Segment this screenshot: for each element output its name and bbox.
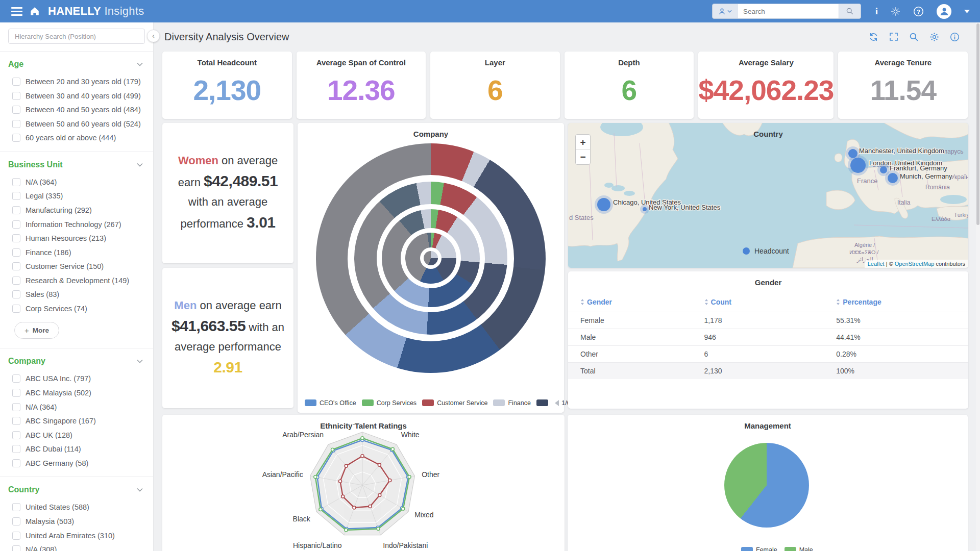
legend-item[interactable]: Finance xyxy=(493,399,530,407)
filter-checkbox-item[interactable]: Finance (186) xyxy=(12,248,146,258)
map-zoom-in-button[interactable]: + xyxy=(576,135,590,149)
checkbox-icon[interactable] xyxy=(12,389,20,397)
table-column-header[interactable]: Percentage xyxy=(836,293,968,312)
management-pie-chart[interactable] xyxy=(724,443,809,528)
avatar[interactable] xyxy=(937,4,951,19)
help-icon[interactable]: ? xyxy=(913,6,924,17)
sort-icon[interactable] xyxy=(580,298,584,307)
company-sunburst-chart[interactable] xyxy=(316,143,546,373)
checkbox-icon[interactable] xyxy=(12,417,20,425)
pager-prev-icon[interactable] xyxy=(555,400,559,406)
filter-checkbox-item[interactable]: Between 20 and 30 years old (179) xyxy=(12,77,146,87)
filter-checkbox-item[interactable]: Legal (335) xyxy=(12,191,146,202)
filter-checkbox-item[interactable]: ABC Malaysia (502) xyxy=(12,388,146,398)
checkbox-icon[interactable] xyxy=(12,192,20,200)
refresh-icon[interactable] xyxy=(869,32,878,42)
table-column-header[interactable]: Count xyxy=(704,293,837,312)
checkbox-icon[interactable] xyxy=(12,403,20,411)
checkbox-icon[interactable] xyxy=(12,545,20,551)
info-icon[interactable]: i xyxy=(875,6,878,17)
hierarchy-search-input[interactable] xyxy=(8,29,145,44)
checkbox-icon[interactable] xyxy=(12,431,20,439)
filter-checkbox-item[interactable]: N/A (364) xyxy=(12,403,146,413)
checkbox-icon[interactable] xyxy=(12,532,20,540)
filter-checkbox-item[interactable]: Corp Services (74) xyxy=(12,304,146,314)
headcount-marker[interactable] xyxy=(880,166,887,173)
checkbox-icon[interactable] xyxy=(12,92,20,100)
country-map[interactable]: d StatesFranceDeutschlandБеларусьУкраїна… xyxy=(568,123,968,268)
chevron-down-icon[interactable] xyxy=(137,359,143,363)
filter-section-header[interactable]: Country xyxy=(0,477,153,498)
scrollbar-thumb[interactable] xyxy=(976,23,979,225)
filter-section-header[interactable]: Company xyxy=(0,348,153,370)
search-scope-dropdown[interactable] xyxy=(713,4,738,18)
filter-checkbox-item[interactable]: ABC Singapore (167) xyxy=(12,416,146,427)
filter-section-header[interactable]: Age xyxy=(0,52,153,73)
map-zoom-out-button[interactable]: − xyxy=(576,149,590,164)
checkbox-icon[interactable] xyxy=(12,517,20,525)
search-submit-button[interactable] xyxy=(839,4,861,18)
checkbox-icon[interactable] xyxy=(12,459,20,467)
filter-checkbox-item[interactable]: United States (588) xyxy=(12,503,146,513)
account-caret-icon[interactable] xyxy=(964,10,970,13)
headcount-marker[interactable] xyxy=(850,158,866,173)
checkbox-icon[interactable] xyxy=(12,290,20,298)
filter-checkbox-item[interactable]: Between 40 and 50 years old (484) xyxy=(12,105,146,115)
fullscreen-icon[interactable] xyxy=(889,32,898,42)
checkbox-icon[interactable] xyxy=(12,206,20,214)
checkbox-icon[interactable] xyxy=(12,277,20,285)
checkbox-icon[interactable] xyxy=(12,374,20,383)
checkbox-icon[interactable] xyxy=(12,503,20,511)
checkbox-icon[interactable] xyxy=(12,305,20,313)
checkbox-icon[interactable] xyxy=(12,178,20,186)
headcount-marker[interactable] xyxy=(597,198,610,211)
ethnicity-radar-chart[interactable]: Aboriginal/NativeWhiteOtherMixedIndo/Pak… xyxy=(162,424,565,551)
filter-checkbox-item[interactable]: Sales (83) xyxy=(12,290,146,300)
legend-item[interactable]: Male xyxy=(785,546,813,551)
checkbox-icon[interactable] xyxy=(12,445,20,453)
chevron-down-icon[interactable] xyxy=(137,62,143,66)
filter-checkbox-item[interactable]: Manufacturing (292) xyxy=(12,206,146,216)
table-column-header[interactable]: Gender xyxy=(568,293,704,312)
filter-checkbox-item[interactable]: N/A (364) xyxy=(12,178,146,188)
filter-checkbox-item[interactable]: Customer Service (150) xyxy=(12,262,146,272)
checkbox-icon[interactable] xyxy=(12,220,20,229)
filter-checkbox-item[interactable]: ABC UK (128) xyxy=(12,431,146,441)
sidebar-collapse-button[interactable]: ‹ xyxy=(147,30,160,42)
chevron-down-icon[interactable] xyxy=(137,163,143,167)
checkbox-icon[interactable] xyxy=(12,262,20,270)
legend-item[interactable] xyxy=(536,399,548,406)
sort-icon[interactable] xyxy=(836,298,840,307)
filter-checkbox-item[interactable]: N/A (308) xyxy=(12,545,146,551)
checkbox-icon[interactable] xyxy=(12,120,20,128)
headcount-marker[interactable] xyxy=(643,207,647,211)
search-input[interactable] xyxy=(738,4,839,18)
filter-checkbox-item[interactable]: Between 50 and 60 years old (524) xyxy=(12,119,146,130)
filter-checkbox-item[interactable]: 60 years old or above (444) xyxy=(12,133,146,143)
checkbox-icon[interactable] xyxy=(12,134,20,142)
checkbox-icon[interactable] xyxy=(12,78,20,86)
filter-checkbox-item[interactable]: ABC USA Inc. (797) xyxy=(12,374,146,384)
sort-icon[interactable] xyxy=(704,298,708,307)
settings-icon[interactable] xyxy=(929,32,939,42)
filter-checkbox-item[interactable]: United Arab Emirates (310) xyxy=(12,531,146,541)
headcount-marker[interactable] xyxy=(888,173,898,183)
filter-checkbox-item[interactable]: Information Technology (267) xyxy=(12,220,146,230)
info-circle-icon[interactable] xyxy=(950,32,960,42)
filter-checkbox-item[interactable]: Between 30 and 40 years old (499) xyxy=(12,91,146,102)
legend-item[interactable]: Customer Service xyxy=(422,399,487,407)
filter-checkbox-item[interactable]: ABC Dubai (114) xyxy=(12,444,146,455)
page-scrollbar[interactable] xyxy=(976,22,980,551)
checkbox-icon[interactable] xyxy=(12,248,20,257)
sunburst-ring[interactable] xyxy=(424,251,438,265)
brightness-icon[interactable] xyxy=(891,7,900,16)
filter-checkbox-item[interactable]: ABC Germany (58) xyxy=(12,459,146,469)
checkbox-icon[interactable] xyxy=(12,106,20,114)
legend-item[interactable]: Corp Services xyxy=(362,399,417,407)
filter-checkbox-item[interactable]: Research & Development (149) xyxy=(12,276,146,286)
chevron-down-icon[interactable] xyxy=(137,488,143,492)
filter-checkbox-item[interactable]: Malaysia (503) xyxy=(12,517,146,527)
leaflet-link[interactable]: Leaflet xyxy=(868,261,885,267)
legend-item[interactable]: CEO's Office xyxy=(305,399,356,407)
more-button[interactable]: +More xyxy=(14,322,59,339)
